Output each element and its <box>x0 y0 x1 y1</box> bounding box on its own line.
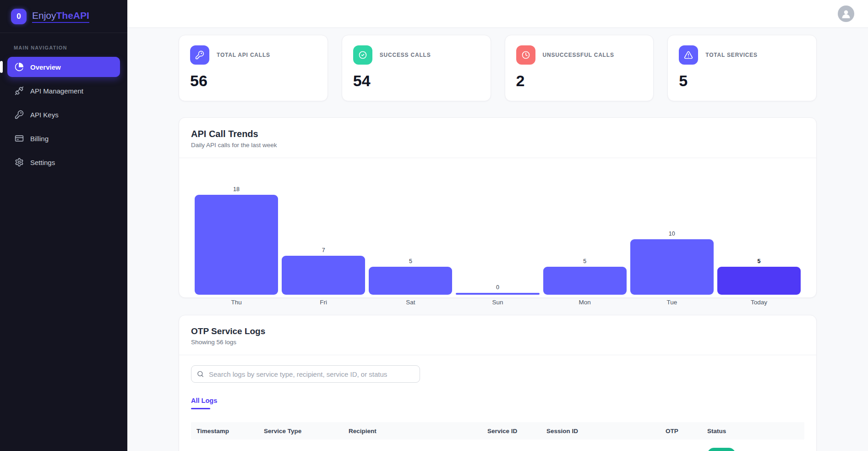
chart-header: API Call Trends Daily API calls for the … <box>179 118 816 158</box>
clock-icon <box>516 45 535 65</box>
bar-value-label: 0 <box>496 284 499 291</box>
sidebar-item-label: Overview <box>30 63 61 71</box>
stats-row: TOTAL API CALLS 56 SUCCESS CALLS 54 <box>179 35 817 101</box>
column-header-timestamp: Timestamp <box>191 428 258 434</box>
logs-header: OTP Service Logs Showing 56 logs <box>179 315 816 355</box>
bar-value-label: 7 <box>322 247 325 253</box>
topbar <box>127 0 868 28</box>
bar[interactable] <box>195 195 278 295</box>
tab-active-underline <box>191 408 210 409</box>
sidebar-item-billing[interactable]: Billing <box>7 128 120 148</box>
bar[interactable] <box>630 239 714 295</box>
bar-column: 7 <box>280 247 367 295</box>
bar-value-label: 5 <box>583 258 586 264</box>
key-icon <box>15 110 24 119</box>
bar-value-label: 5 <box>757 258 760 264</box>
bar-column: 10 <box>628 231 715 295</box>
sidebar-item-overview[interactable]: Overview <box>7 57 120 77</box>
bar[interactable] <box>282 256 365 295</box>
sidebar-item-label: API Keys <box>30 111 59 119</box>
column-header-recipient: Recipient <box>343 428 482 434</box>
logs-title: OTP Service Logs <box>191 326 804 336</box>
log-search-input[interactable] <box>191 365 420 383</box>
table-row[interactable] <box>191 440 804 451</box>
bar-x-label: Sat <box>367 299 454 306</box>
sidebar-item-label: API Management <box>30 87 83 95</box>
bar-x-label: Mon <box>541 299 628 306</box>
column-header-session-id: Session ID <box>541 428 660 434</box>
column-header-status: Status <box>702 428 804 434</box>
bar-chart: 187505105 ThuFriSatSunMonTueToday <box>179 158 816 312</box>
column-header-otp: OTP <box>660 428 702 434</box>
brand-logo[interactable]: 0 EnjoyTheAPI <box>0 0 127 33</box>
bar[interactable] <box>543 267 627 295</box>
bar-chart-x-axis: ThuFriSatSunMonTueToday <box>193 299 802 306</box>
log-search <box>191 365 420 383</box>
user-avatar[interactable] <box>838 6 854 22</box>
stat-value: 5 <box>679 72 805 90</box>
sidebar-item-label: Settings <box>30 159 55 166</box>
stat-card-total-services: TOTAL SERVICES 5 <box>667 35 817 101</box>
stat-card-unsuccessful-calls: UNSUCCESSFUL CALLS 2 <box>505 35 654 101</box>
stat-label: SUCCESS CALLS <box>380 52 431 58</box>
otp-service-logs-card: OTP Service Logs Showing 56 logs All Log… <box>179 315 817 451</box>
sidebar-item-api-keys[interactable]: API Keys <box>7 104 120 125</box>
search-icon <box>197 370 204 378</box>
bar-value-label: 5 <box>409 258 412 264</box>
bar-x-label: Today <box>715 299 802 306</box>
bar-chart-plot: 187505105 <box>193 172 802 295</box>
bar-value-label: 10 <box>669 231 675 237</box>
bar-value-label: 18 <box>233 186 240 192</box>
bar-x-label: Thu <box>193 299 280 306</box>
chart-subtitle: Daily API calls for the last week <box>191 142 804 148</box>
logs-table-header: Timestamp Service Type Recipient Service… <box>191 422 804 440</box>
credit-card-icon <box>15 134 24 143</box>
column-header-service-id: Service ID <box>482 428 541 434</box>
stat-value: 56 <box>190 72 317 90</box>
user-icon <box>840 8 852 20</box>
brand-logo-icon: 0 <box>11 9 27 24</box>
chart-title: API Call Trends <box>191 129 804 139</box>
logs-table: Timestamp Service Type Recipient Service… <box>191 422 804 451</box>
bar-column: 5 <box>541 258 628 295</box>
api-call-trends-card: API Call Trends Daily API calls for the … <box>179 117 817 298</box>
sidebar-item-settings[interactable]: Settings <box>7 152 120 172</box>
sidebar-item-label: Billing <box>30 135 49 143</box>
tab-all-logs[interactable]: All Logs <box>191 397 217 408</box>
stat-value: 54 <box>353 72 480 90</box>
main-navigation: MAIN NAVIGATION Overview API Management … <box>0 33 127 172</box>
bar[interactable] <box>369 267 452 295</box>
bar-x-label: Fri <box>280 299 367 306</box>
logs-tabs: All Logs <box>191 396 804 409</box>
status-badge <box>707 448 736 451</box>
stat-value: 2 <box>516 72 643 90</box>
stat-card-total-api-calls: TOTAL API CALLS 56 <box>179 35 328 101</box>
logs-count: Showing 56 logs <box>191 339 804 346</box>
bar[interactable] <box>717 267 801 295</box>
brand-name: EnjoyTheAPI <box>32 10 89 23</box>
stat-label: TOTAL SERVICES <box>705 52 758 58</box>
main-area: TOTAL API CALLS 56 SUCCESS CALLS 54 <box>127 0 868 451</box>
bar-x-label: Sun <box>454 299 541 306</box>
bar-column: 5 <box>715 258 802 295</box>
brand-name-light: Enjoy <box>32 10 56 21</box>
stat-label: TOTAL API CALLS <box>217 52 270 58</box>
bar-column: 18 <box>193 186 280 295</box>
stat-label: UNSUCCESSFUL CALLS <box>543 52 614 58</box>
stat-card-success-calls: SUCCESS CALLS 54 <box>342 35 491 101</box>
gear-icon <box>15 158 24 167</box>
content-scroll-area[interactable]: TOTAL API CALLS 56 SUCCESS CALLS 54 <box>127 28 868 451</box>
check-circle-icon <box>353 45 372 65</box>
bar-column: 5 <box>367 258 454 295</box>
sidebar-item-api-management[interactable]: API Management <box>7 81 120 101</box>
bar[interactable] <box>456 293 539 295</box>
brand-name-bold: TheAPI <box>56 10 89 21</box>
active-indicator <box>0 61 3 73</box>
app-root: 0 EnjoyTheAPI MAIN NAVIGATION Overview A… <box>0 0 868 451</box>
key-icon <box>190 45 209 65</box>
bar-column: 0 <box>454 284 541 295</box>
nav-section-label: MAIN NAVIGATION <box>7 45 120 50</box>
bar-x-label: Tue <box>628 299 715 306</box>
alert-triangle-icon <box>679 45 698 65</box>
pie-chart-icon <box>15 62 24 72</box>
